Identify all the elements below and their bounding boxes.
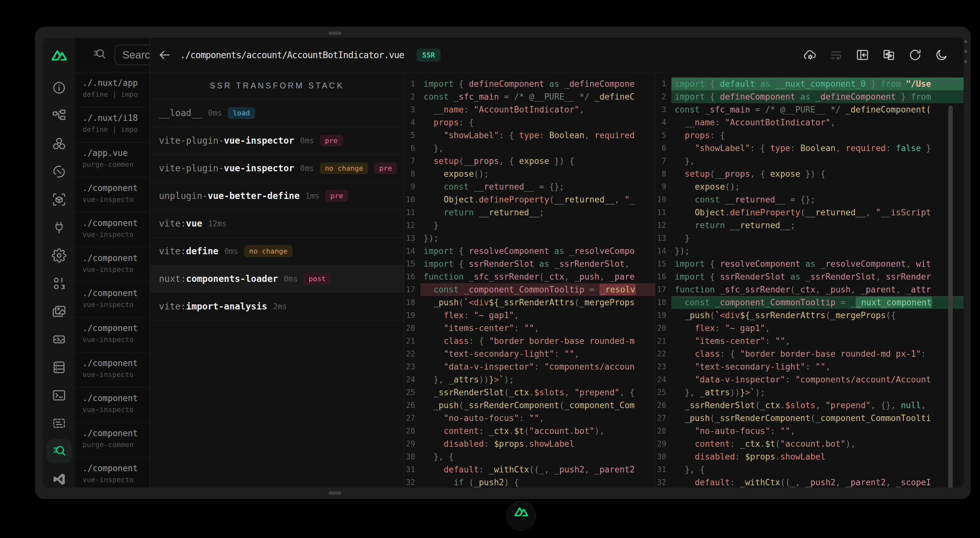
code-line: 26 _push(_ssrRenderComponent(_component_… [404, 399, 655, 412]
word-wrap-icon[interactable] [829, 48, 843, 62]
file-list-item[interactable]: ./componentvue-inspecto [75, 247, 150, 283]
stack-row[interactable]: vite-plugin-vue-inspector0mspre [150, 127, 404, 155]
file-transforms-label: vue-inspecto [83, 265, 150, 273]
sidebar-item-inspect[interactable] [47, 439, 71, 463]
file-list-item[interactable]: ./componentpurge-commen [75, 423, 150, 458]
code-text: _push(`<div${_ssrRenderAttrs(_mergeProps… [671, 309, 964, 322]
code-line: 3 __name: "AccountBotIndicator", [404, 103, 655, 116]
code-text: flex: "~ gap1", [420, 309, 655, 322]
file-list-item[interactable]: ./componentvue-inspecto [75, 283, 150, 318]
sidebar-item-info[interactable] [47, 75, 71, 100]
resize-grip-bottom[interactable] [328, 492, 341, 495]
moon-icon[interactable] [935, 48, 948, 62]
line-number: 1 [655, 77, 671, 90]
search-input[interactable] [115, 45, 150, 65]
sidebar-item-imports[interactable] [47, 160, 71, 184]
main-panel: ./components/account/AccountBotIndicator… [150, 38, 964, 487]
file-path-label: ./component [83, 358, 150, 368]
sidebar-item-pages[interactable] [47, 104, 71, 128]
cloud-settings-icon[interactable] [803, 48, 816, 62]
code-line: 25 }, _attrs))}>`); [655, 386, 964, 399]
line-number: 21 [655, 335, 671, 347]
code-text: import { ssrRenderSlot as _ssrRenderSlot… [420, 257, 655, 270]
line-number: 6 [404, 142, 420, 155]
resize-grip-top[interactable] [328, 32, 341, 35]
sidebar-item-storage[interactable] [47, 355, 71, 380]
file-list-item[interactable]: ./componentvue-inspecto [75, 353, 150, 388]
code-line: 9 expose(); [655, 180, 964, 193]
code-text: default: _withCtx((_, _push2, _parent2 [420, 463, 655, 476]
file-list-item[interactable]: ./.nuxt/appdefine | impo [75, 72, 150, 107]
stack-row[interactable]: vite:vue12ms [150, 210, 404, 238]
file-list-item[interactable]: ./.nuxt/i18define | impo [75, 107, 150, 142]
sidebar-item-vscode[interactable] [47, 467, 71, 487]
sidebar-item-plugins[interactable] [47, 216, 71, 240]
sidebar-item-terminal[interactable] [47, 383, 71, 407]
stack-row[interactable]: vite-plugin-vue-inspector0msno changepre [150, 155, 404, 182]
plugin-prefix: unplugin- [159, 191, 208, 201]
line-number: 25 [655, 386, 671, 399]
plugin-duration: 0ms [208, 109, 222, 118]
file-list-item[interactable]: ./componentvue-inspecto [75, 318, 150, 353]
sidebar-item-assets[interactable] [47, 299, 71, 324]
code-text: _ssrRenderSlot(_ctx.$slots, "prepend", {… [671, 399, 964, 412]
resize-grip-right[interactable] [964, 40, 968, 63]
code-line: 7 }, [655, 155, 964, 168]
file-path-label: ./.nuxt/app [83, 78, 150, 88]
code-line: 31 }, { [655, 463, 964, 476]
code-text: }, [420, 142, 655, 155]
file-list-item[interactable]: ./componentvue-inspecto [75, 177, 150, 212]
code-line: 17 const _component_CommonTooltip = _res… [404, 283, 655, 296]
badge-post: post [304, 273, 331, 285]
file-list-item[interactable]: ./app.vuepurge-commen [75, 142, 150, 177]
code-line: 26 _ssrRenderSlot(_ctx.$slots, "prepend"… [655, 399, 964, 412]
file-list-item[interactable]: ./componentvue-inspecto [75, 212, 150, 247]
sidebar-item-server-routes[interactable] [47, 327, 71, 351]
sidebar-item-payload[interactable] [47, 271, 71, 296]
file-list-item[interactable]: ./componentvue-inspecto [75, 388, 150, 423]
sidebar [43, 38, 75, 487]
code-text: "no-auto-focus": "", [420, 412, 655, 425]
sidebar-item-modules[interactable] [47, 187, 71, 212]
code-text: const __returned__ = {}; [671, 193, 964, 206]
code-text: "showLabel": { type: Boolean, required: … [671, 142, 964, 155]
code-text: class: { "border border-base rounded-md … [671, 347, 964, 360]
code-line: 17function _sfc_ssrRender(_ctx, _push, _… [655, 283, 964, 296]
plugin-name: define [186, 246, 218, 257]
badge-pre: pre [320, 135, 343, 147]
stack-row[interactable]: unplugin-vue-better-define1mspre [150, 182, 404, 210]
collapse-panel-left-icon[interactable] [856, 48, 869, 62]
nuxt-devtools-toggle-button[interactable] [506, 501, 536, 531]
file-list-item[interactable]: ./componentvue-inspecto [75, 458, 150, 487]
stack-row[interactable]: vite:define0msno change [150, 238, 404, 265]
code-line: 27 "no-auto-focus": "", [404, 412, 655, 425]
sidebar-item-virtual-files[interactable] [47, 411, 71, 436]
file-path: ./components/account/AccountBotIndicator… [180, 50, 404, 61]
split-diff-icon[interactable] [882, 48, 896, 62]
file-path-label: ./component [83, 183, 150, 193]
scrollbar-thumb[interactable] [948, 106, 953, 487]
code-line: 21 class: { "border border-base rounded-… [404, 335, 655, 347]
stack-row[interactable]: __load__0msload [150, 99, 404, 127]
stack-row[interactable]: vite:import-analysis2ms [150, 293, 404, 321]
code-panel-before[interactable]: 1import { defineComponent as _defineComp… [404, 72, 655, 487]
plugin-name: vue [186, 218, 202, 229]
sidebar-item-runtime-config[interactable] [47, 243, 71, 268]
line-number: 12 [655, 219, 671, 232]
back-button[interactable] [158, 48, 171, 62]
code-line: 19 flex: "~ gap1", [404, 309, 655, 322]
refresh-icon[interactable] [908, 48, 922, 62]
code-line: 30 disabled: $props.showLabel [655, 450, 964, 463]
code-line: 31 default: _withCtx((_, _push2, _parent… [404, 463, 655, 476]
code-panel-after[interactable]: 1import { default as __nuxt_component_0 … [655, 72, 964, 487]
code-line: 1import { defineComponent as _defineComp… [404, 77, 655, 90]
code-line: 20 flex: "~ gap1", [655, 322, 964, 335]
plugin-name: vue-inspector [224, 135, 294, 146]
code-line: 27 _push(_ssrRenderComponent(_component_… [655, 412, 964, 425]
sidebar-item-components[interactable] [47, 131, 71, 156]
stack-row[interactable]: nuxt:components-loader0mspost [150, 265, 404, 293]
code-line: 29 disabled: $props.showLabel [404, 437, 655, 450]
code-line: 24 }, _attrs))}>`); [404, 373, 655, 386]
code-text: __name: "AccountBotIndicator", [420, 103, 655, 116]
line-number: 30 [404, 450, 420, 463]
